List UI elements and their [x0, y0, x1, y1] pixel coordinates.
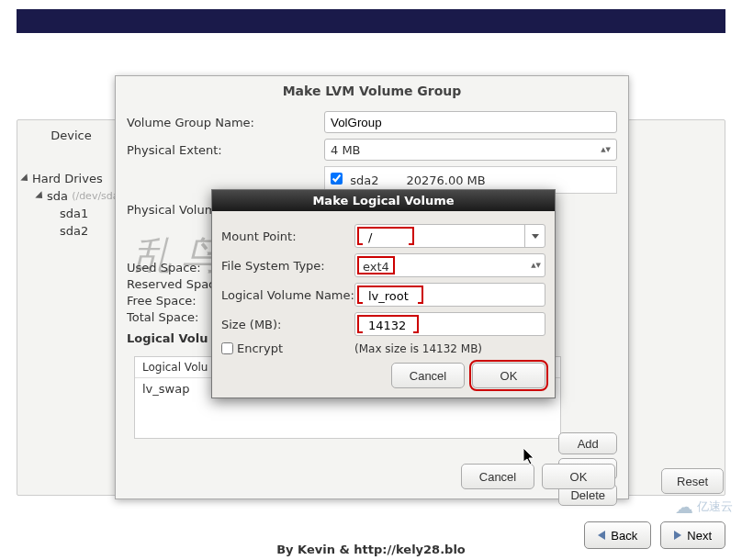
pv-size: 20276.00 MB	[406, 174, 485, 187]
chevron-down-icon[interactable]	[524, 225, 545, 247]
credit-text: By Kevin & http://kely28.blo	[276, 543, 466, 556]
window-titlebar	[17, 9, 725, 33]
tree-part-sda1[interactable]: sda1	[23, 205, 124, 222]
lv-name-input[interactable]	[363, 287, 418, 306]
fs-type-select[interactable]: ext4 ▲▼	[354, 253, 545, 277]
encrypt-checkbox[interactable]: Encrypt	[221, 342, 354, 355]
vg-pe-label: Physical Extent:	[127, 143, 324, 157]
reset-button[interactable]: Reset	[661, 468, 724, 494]
vg-dialog-title: Make LVM Volume Group	[116, 76, 628, 102]
spinner-icon: ▲▼	[527, 263, 545, 269]
pv-section-label: Physical Volum	[127, 203, 216, 217]
size-input[interactable]	[363, 317, 413, 335]
lv-heading: Logical Volu	[127, 330, 222, 347]
mount-point-label: Mount Point:	[221, 230, 354, 243]
arrow-right-icon	[674, 531, 681, 540]
vg-name-label: Volume Group Name:	[127, 116, 324, 129]
mount-point-input[interactable]	[363, 229, 409, 247]
size-label: Size (MB):	[221, 318, 354, 331]
vg-cancel-button[interactable]: Cancel	[461, 464, 534, 489]
tree-hard-drives[interactable]: Hard Drives	[23, 170, 124, 187]
tree-part-sda2[interactable]: sda2	[23, 222, 124, 240]
stat-reserved: Reserved Space	[127, 276, 222, 293]
mount-point-combo[interactable]	[354, 224, 545, 248]
arrow-left-icon	[598, 531, 605, 540]
stat-total: Total Space:	[127, 309, 222, 326]
stat-used: Used Space:	[127, 260, 222, 276]
back-button[interactable]: Back	[584, 521, 651, 549]
stat-free: Free Space:	[127, 293, 222, 309]
lv-cancel-button[interactable]: Cancel	[391, 363, 465, 388]
add-button[interactable]: Add	[558, 432, 617, 454]
device-tree: Hard Drives sda (/dev/sda sda1 sda2	[23, 170, 124, 240]
pv-checkbox-sda2[interactable]: sda2	[331, 173, 378, 187]
spinner-icon: ▲▼	[601, 147, 611, 153]
cloud-icon: ☁	[675, 496, 693, 518]
lv-dialog: Make Logical Volume Mount Point: File Sy…	[211, 189, 556, 398]
device-column-header: Device	[28, 129, 115, 142]
lv-name-label: Logical Volume Name:	[221, 288, 354, 302]
vg-name-input[interactable]	[324, 111, 617, 133]
vg-ok-button[interactable]: OK	[542, 464, 615, 489]
lv-dialog-title: Make Logical Volume	[212, 190, 555, 211]
max-size-note: (Max size is 14132 MB)	[354, 342, 545, 355]
next-button[interactable]: Next	[660, 521, 725, 549]
vg-pe-select[interactable]: 4 MB ▲▼	[324, 139, 617, 161]
tree-disk-sda[interactable]: sda (/dev/sda	[23, 187, 124, 205]
brand-logo: ☁亿速云	[675, 496, 733, 518]
fs-type-label: File System Type:	[221, 259, 354, 273]
lv-ok-button[interactable]: OK	[472, 363, 545, 388]
